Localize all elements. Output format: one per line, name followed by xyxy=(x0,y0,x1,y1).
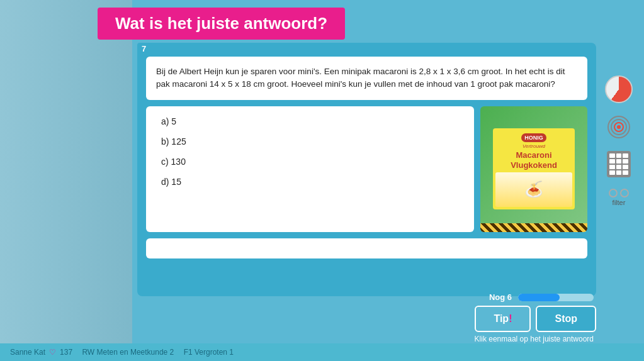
progress-bar-background xyxy=(518,294,594,301)
option-c-label: c) xyxy=(161,157,171,167)
title-bar: Wat is het juiste antwoord? xyxy=(98,8,345,40)
progress-row: Nog 6 xyxy=(137,292,596,302)
sidebar-right: filter xyxy=(605,75,633,206)
option-d-label: d) xyxy=(161,177,171,187)
option-a-label: a) xyxy=(161,116,171,126)
filter-control[interactable]: filter xyxy=(609,189,629,206)
bottom-bar: Nog 6 Tip! Stop Klik eenmaal op het juis… xyxy=(137,292,596,343)
filter-label: filter xyxy=(613,199,626,206)
svg-point-3 xyxy=(617,125,621,129)
filter-circle-1[interactable] xyxy=(609,189,618,197)
action-buttons: Tip! Stop xyxy=(137,306,596,332)
target-icon[interactable] xyxy=(606,114,631,140)
heart-icon: ♡ xyxy=(49,348,56,357)
progress-bar-fill xyxy=(518,294,560,301)
option-a-value: 5 xyxy=(171,116,176,126)
status-subject: RW Meten en Meetkunde 2 xyxy=(82,348,174,357)
status-score: 137 xyxy=(60,348,72,357)
question-number: 7 xyxy=(137,43,150,55)
status-bar: Sanne Kat ♡ 137 RW Meten en Meetkunde 2 … xyxy=(0,343,644,361)
hint-text: Klik eenmaal op het juiste antwoord xyxy=(137,335,596,343)
pie-chart-icon[interactable] xyxy=(605,75,633,103)
status-user: Sanne Kat xyxy=(10,348,45,357)
product-image: HONIG Vertrouwd Macaroni Vlugkokend 🍝 xyxy=(480,106,587,232)
status-divider2 xyxy=(178,348,179,357)
question-text: Bij de Albert Heijn kun je sparen voor m… xyxy=(156,67,565,89)
progress-label: Nog 6 xyxy=(489,292,512,302)
tip-label: Tip xyxy=(494,313,509,324)
option-c[interactable]: c) 130 xyxy=(159,155,461,168)
quiz-card: Bij de Albert Heijn kun je sparen voor m… xyxy=(137,43,596,296)
stop-label: Stop xyxy=(555,313,577,324)
page-title: Wat is het juiste antwoord? xyxy=(115,14,327,33)
tip-button[interactable]: Tip! xyxy=(475,306,531,332)
status-divider xyxy=(76,348,78,357)
option-d[interactable]: d) 15 xyxy=(159,175,461,188)
brand-tagline: Vertrouwd xyxy=(495,143,572,149)
tip-exclaim: ! xyxy=(509,313,512,324)
product-food-image: 🍝 xyxy=(495,172,572,207)
answer-area: a) 5 b) 125 c) 130 d) 15 HONIG Vertrouwd… xyxy=(146,106,587,232)
brand-badge: HONIG xyxy=(521,133,546,142)
option-a[interactable]: a) 5 xyxy=(159,115,461,128)
answer-input-row xyxy=(146,238,587,258)
calculator-icon[interactable] xyxy=(607,151,631,177)
answer-options: a) 5 b) 125 c) 130 d) 15 xyxy=(146,106,474,232)
filter-circle-2[interactable] xyxy=(620,189,629,197)
stop-button[interactable]: Stop xyxy=(536,306,596,332)
option-b[interactable]: b) 125 xyxy=(159,135,461,148)
product-title: Macaroni Vlugkokend xyxy=(495,150,572,170)
option-b-label: b) xyxy=(161,136,171,147)
option-c-value: 130 xyxy=(171,157,186,167)
background-person xyxy=(0,0,132,361)
status-level: F1 Vergroten 1 xyxy=(184,348,234,357)
zigzag-decoration xyxy=(480,223,587,232)
hint-label: Klik eenmaal op het juiste antwoord xyxy=(475,335,594,343)
option-b-value: 125 xyxy=(171,136,186,147)
honig-product-box: HONIG Vertrouwd Macaroni Vlugkokend 🍝 xyxy=(493,128,575,209)
option-d-value: 15 xyxy=(171,177,181,187)
question-box: Bij de Albert Heijn kun je sparen voor m… xyxy=(146,57,587,100)
